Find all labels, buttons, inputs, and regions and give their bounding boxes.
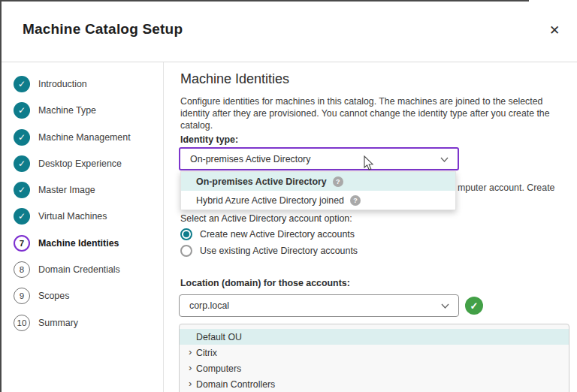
- ou-tree-panel: Default OU › Citrix › Computers › Domain…: [179, 324, 569, 392]
- sidebar-item-virtual-machines[interactable]: ✓ Virtual Machines: [14, 207, 163, 225]
- sidebar-item-introduction[interactable]: ✓ Introduction: [14, 75, 163, 93]
- step-label: Domain Credentials: [38, 264, 120, 275]
- wizard-steps-sidebar: ✓ Introduction ✓ Machine Type ✓ Machine …: [2, 62, 164, 392]
- help-icon[interactable]: ?: [333, 176, 343, 187]
- step-number-badge: 9: [14, 288, 30, 304]
- step-label: Machine Identities: [38, 238, 119, 249]
- identity-type-dropdown[interactable]: On-premises Active Directory: [179, 147, 459, 170]
- tree-row-label: Citrix: [196, 348, 217, 358]
- sidebar-item-scopes[interactable]: 9 Scopes: [14, 287, 163, 305]
- step-check-icon: ✓: [14, 155, 30, 172]
- chevron-right-icon[interactable]: ›: [189, 378, 192, 389]
- tree-row-label: Computers: [196, 363, 241, 374]
- menu-option-on-premises-ad[interactable]: On-premises Active Directory ?: [181, 172, 455, 191]
- step-check-icon: ✓: [14, 102, 30, 119]
- location-label: Location (domain) for those accounts:: [180, 278, 350, 288]
- page-title: Machine Identities: [180, 71, 289, 87]
- step-label: Machine Type: [38, 105, 96, 116]
- radio-selected-icon: [180, 228, 192, 240]
- radio-label: Use existing Active Directory accounts: [200, 246, 358, 256]
- tree-row-label: Domain Controllers: [196, 379, 275, 390]
- domain-value: corp.local: [180, 300, 229, 311]
- step-label: Desktop Experience: [38, 158, 122, 169]
- option-label: On-premises Active Directory: [196, 176, 327, 187]
- step-label: Machine Management: [38, 132, 131, 143]
- radio-create-new-accounts[interactable]: Create new Active Directory accounts: [180, 227, 355, 242]
- radio-use-existing-accounts[interactable]: Use existing Active Directory accounts: [180, 243, 358, 258]
- dialog-header: Machine Catalog Setup ✕: [2, 2, 577, 62]
- step-label: Master Image: [38, 185, 95, 195]
- sidebar-item-domain-credentials[interactable]: 8 Domain Credentials: [14, 261, 163, 279]
- step-label: Summary: [38, 318, 78, 328]
- chevron-right-icon[interactable]: ›: [189, 362, 192, 373]
- account-option-label: Select an Active Directory account optio…: [180, 213, 352, 224]
- step-label: Scopes: [38, 291, 69, 301]
- sidebar-item-machine-identities[interactable]: 7 Machine Identities: [14, 234, 163, 252]
- identity-type-label: Identity type:: [180, 134, 238, 145]
- obscured-background-text: mputer account. Create: [458, 182, 554, 193]
- validation-check-icon: ✓: [465, 297, 483, 315]
- sidebar-item-desktop-experience[interactable]: ✓ Desktop Experience: [14, 155, 163, 173]
- dialog-title: Machine Catalog Setup: [23, 21, 183, 38]
- step-number-badge: 7: [14, 235, 30, 252]
- page-description: Configure identities for machines in thi…: [180, 95, 572, 131]
- chevron-right-icon[interactable]: ›: [189, 346, 192, 357]
- tree-row-computers[interactable]: › Computers: [180, 360, 569, 376]
- chevron-down-icon: [441, 303, 448, 309]
- step-check-icon: ✓: [14, 76, 30, 92]
- sidebar-item-master-image[interactable]: ✓ Master Image: [14, 181, 163, 199]
- machine-catalog-setup-dialog: Machine Catalog Setup ✕ ✓ Introduction ✓…: [0, 0, 577, 392]
- tree-row-default-ou[interactable]: Default OU: [180, 329, 569, 345]
- tree-row-domain-controllers[interactable]: › Domain Controllers: [180, 376, 569, 392]
- step-check-icon: ✓: [14, 129, 30, 146]
- sidebar-item-machine-management[interactable]: ✓ Machine Management: [14, 128, 163, 146]
- help-icon[interactable]: ?: [350, 195, 361, 206]
- step-number-badge: 8: [14, 261, 30, 278]
- radio-label: Create new Active Directory accounts: [200, 229, 355, 240]
- tree-row-label: Default OU: [196, 332, 242, 342]
- domain-dropdown[interactable]: corp.local: [179, 294, 459, 317]
- step-label: Virtual Machines: [38, 211, 107, 222]
- sidebar-item-machine-type[interactable]: ✓ Machine Type: [14, 101, 163, 119]
- step-check-icon: ✓: [14, 182, 30, 198]
- tree-row-citrix[interactable]: › Citrix: [180, 345, 569, 360]
- step-check-icon: ✓: [14, 208, 30, 225]
- identity-type-value: On-premises Active Directory: [180, 154, 310, 164]
- step-label: Introduction: [38, 79, 87, 89]
- close-icon[interactable]: ✕: [544, 20, 565, 41]
- mouse-cursor-icon: [364, 155, 375, 174]
- identity-type-menu: On-premises Active Directory ? Hybrid Az…: [180, 171, 456, 210]
- step-number-badge: 10: [14, 315, 30, 331]
- sidebar-item-summary[interactable]: 10 Summary: [14, 314, 163, 332]
- menu-option-hybrid-azure-ad[interactable]: Hybrid Azure Active Directory joined ?: [181, 191, 455, 210]
- chevron-down-icon: [440, 156, 447, 163]
- option-label: Hybrid Azure Active Directory joined: [196, 195, 344, 206]
- radio-unselected-icon: [180, 245, 192, 257]
